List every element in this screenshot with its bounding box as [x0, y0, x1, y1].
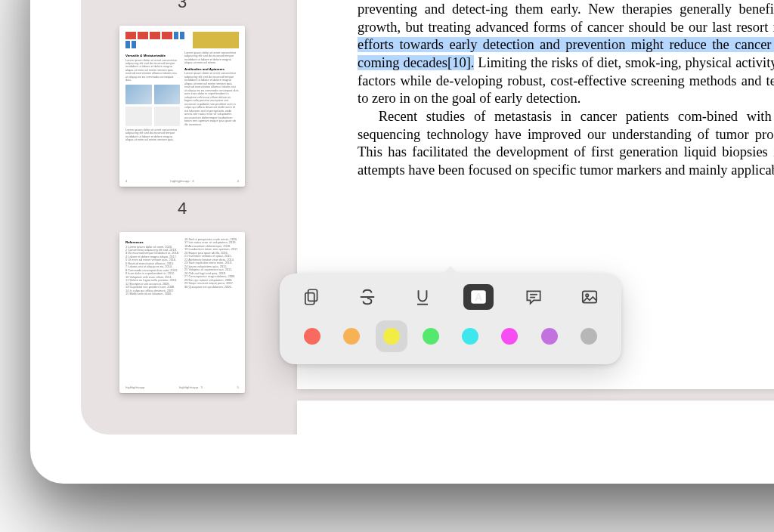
- strikethrough-tool[interactable]: [352, 284, 382, 310]
- pdf-page-3[interactable]: [297, 401, 774, 435]
- svg-rect-1: [305, 293, 314, 305]
- svg-point-9: [586, 294, 588, 296]
- app-window: 3 Versatile & Miniaturizable Lorem ipsum…: [81, 0, 774, 435]
- color-orange[interactable]: [336, 320, 367, 352]
- color-magenta[interactable]: [494, 320, 525, 352]
- underline-tool[interactable]: [407, 284, 438, 310]
- page-thumbnail-4[interactable]: Versatile & Miniaturizable Lorem ipsum d…: [119, 26, 245, 187]
- color-green[interactable]: [415, 320, 447, 352]
- svg-rect-0: [308, 289, 317, 301]
- svg-text:A: A: [475, 291, 482, 303]
- annotation-popover: A: [280, 274, 621, 364]
- highlight-tool[interactable]: A: [463, 284, 494, 310]
- color-yellow[interactable]: [376, 320, 407, 352]
- image-tool[interactable]: [574, 284, 605, 310]
- page-thumbnail-5[interactable]: References 1 Lorem ipsum dolor sit amet,…: [119, 232, 245, 393]
- body-text: to as metastasis and it is a defining ch…: [358, 0, 774, 35]
- body-text: Recent studies of metastasis in cancer p…: [358, 108, 774, 180]
- color-red[interactable]: [296, 320, 328, 352]
- thumbnail-sidebar[interactable]: 3 Versatile & Miniaturizable Lorem ipsum…: [81, 0, 283, 435]
- color-cyan[interactable]: [454, 320, 486, 352]
- document-viewport[interactable]: to as metastasis and it is a defining ch…: [283, 0, 774, 435]
- comment-tool[interactable]: [519, 284, 549, 310]
- color-gray[interactable]: [573, 320, 605, 352]
- page-label-3: 3: [96, 0, 268, 12]
- color-purple[interactable]: [534, 320, 565, 352]
- page-label-4: 4: [96, 199, 268, 218]
- copy-tool[interactable]: [296, 284, 327, 310]
